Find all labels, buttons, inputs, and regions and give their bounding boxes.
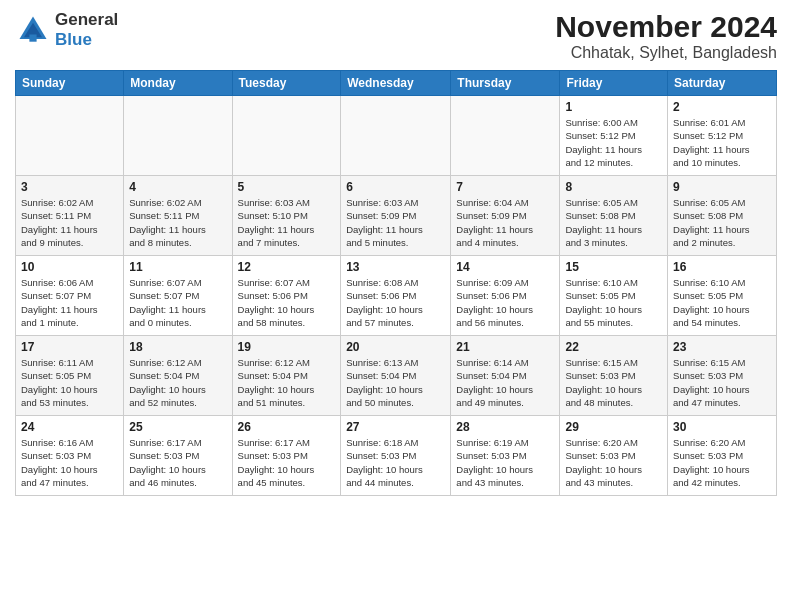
table-row: 3Sunrise: 6:02 AM Sunset: 5:11 PM Daylig…: [16, 176, 124, 256]
table-row: 17Sunrise: 6:11 AM Sunset: 5:05 PM Dayli…: [16, 336, 124, 416]
day-info: Sunrise: 6:19 AM Sunset: 5:03 PM Dayligh…: [456, 436, 554, 489]
table-row: 28Sunrise: 6:19 AM Sunset: 5:03 PM Dayli…: [451, 416, 560, 496]
table-row: 11Sunrise: 6:07 AM Sunset: 5:07 PM Dayli…: [124, 256, 232, 336]
col-sunday: Sunday: [16, 71, 124, 96]
day-info: Sunrise: 6:06 AM Sunset: 5:07 PM Dayligh…: [21, 276, 118, 329]
day-number: 5: [238, 180, 336, 194]
day-info: Sunrise: 6:12 AM Sunset: 5:04 PM Dayligh…: [129, 356, 226, 409]
header: General Blue November 2024 Chhatak, Sylh…: [15, 10, 777, 62]
day-info: Sunrise: 6:11 AM Sunset: 5:05 PM Dayligh…: [21, 356, 118, 409]
day-info: Sunrise: 6:10 AM Sunset: 5:05 PM Dayligh…: [565, 276, 662, 329]
day-number: 27: [346, 420, 445, 434]
table-row: 16Sunrise: 6:10 AM Sunset: 5:05 PM Dayli…: [668, 256, 777, 336]
table-row: 15Sunrise: 6:10 AM Sunset: 5:05 PM Dayli…: [560, 256, 668, 336]
day-number: 24: [21, 420, 118, 434]
day-info: Sunrise: 6:01 AM Sunset: 5:12 PM Dayligh…: [673, 116, 771, 169]
day-info: Sunrise: 6:08 AM Sunset: 5:06 PM Dayligh…: [346, 276, 445, 329]
day-info: Sunrise: 6:07 AM Sunset: 5:07 PM Dayligh…: [129, 276, 226, 329]
table-row: 2Sunrise: 6:01 AM Sunset: 5:12 PM Daylig…: [668, 96, 777, 176]
day-number: 12: [238, 260, 336, 274]
table-row: 30Sunrise: 6:20 AM Sunset: 5:03 PM Dayli…: [668, 416, 777, 496]
day-info: Sunrise: 6:03 AM Sunset: 5:10 PM Dayligh…: [238, 196, 336, 249]
day-info: Sunrise: 6:15 AM Sunset: 5:03 PM Dayligh…: [565, 356, 662, 409]
table-row: 4Sunrise: 6:02 AM Sunset: 5:11 PM Daylig…: [124, 176, 232, 256]
day-info: Sunrise: 6:16 AM Sunset: 5:03 PM Dayligh…: [21, 436, 118, 489]
logo-text: General Blue: [55, 10, 118, 50]
day-info: Sunrise: 6:04 AM Sunset: 5:09 PM Dayligh…: [456, 196, 554, 249]
day-info: Sunrise: 6:12 AM Sunset: 5:04 PM Dayligh…: [238, 356, 336, 409]
header-row: Sunday Monday Tuesday Wednesday Thursday…: [16, 71, 777, 96]
day-info: Sunrise: 6:07 AM Sunset: 5:06 PM Dayligh…: [238, 276, 336, 329]
table-row: 12Sunrise: 6:07 AM Sunset: 5:06 PM Dayli…: [232, 256, 341, 336]
day-info: Sunrise: 6:00 AM Sunset: 5:12 PM Dayligh…: [565, 116, 662, 169]
day-info: Sunrise: 6:02 AM Sunset: 5:11 PM Dayligh…: [129, 196, 226, 249]
page: General Blue November 2024 Chhatak, Sylh…: [0, 0, 792, 612]
week-row-5: 24Sunrise: 6:16 AM Sunset: 5:03 PM Dayli…: [16, 416, 777, 496]
table-row: 1Sunrise: 6:00 AM Sunset: 5:12 PM Daylig…: [560, 96, 668, 176]
day-info: Sunrise: 6:05 AM Sunset: 5:08 PM Dayligh…: [565, 196, 662, 249]
day-info: Sunrise: 6:13 AM Sunset: 5:04 PM Dayligh…: [346, 356, 445, 409]
table-row: 9Sunrise: 6:05 AM Sunset: 5:08 PM Daylig…: [668, 176, 777, 256]
week-row-2: 3Sunrise: 6:02 AM Sunset: 5:11 PM Daylig…: [16, 176, 777, 256]
day-info: Sunrise: 6:20 AM Sunset: 5:03 PM Dayligh…: [673, 436, 771, 489]
calendar-title: November 2024: [555, 10, 777, 44]
day-info: Sunrise: 6:17 AM Sunset: 5:03 PM Dayligh…: [238, 436, 336, 489]
table-row: 18Sunrise: 6:12 AM Sunset: 5:04 PM Dayli…: [124, 336, 232, 416]
week-row-1: 1Sunrise: 6:00 AM Sunset: 5:12 PM Daylig…: [16, 96, 777, 176]
table-row: 29Sunrise: 6:20 AM Sunset: 5:03 PM Dayli…: [560, 416, 668, 496]
table-row: 7Sunrise: 6:04 AM Sunset: 5:09 PM Daylig…: [451, 176, 560, 256]
col-saturday: Saturday: [668, 71, 777, 96]
table-row: 6Sunrise: 6:03 AM Sunset: 5:09 PM Daylig…: [341, 176, 451, 256]
day-info: Sunrise: 6:17 AM Sunset: 5:03 PM Dayligh…: [129, 436, 226, 489]
day-number: 17: [21, 340, 118, 354]
week-row-4: 17Sunrise: 6:11 AM Sunset: 5:05 PM Dayli…: [16, 336, 777, 416]
day-info: Sunrise: 6:20 AM Sunset: 5:03 PM Dayligh…: [565, 436, 662, 489]
day-info: Sunrise: 6:10 AM Sunset: 5:05 PM Dayligh…: [673, 276, 771, 329]
table-row: 14Sunrise: 6:09 AM Sunset: 5:06 PM Dayli…: [451, 256, 560, 336]
table-row: 8Sunrise: 6:05 AM Sunset: 5:08 PM Daylig…: [560, 176, 668, 256]
day-number: 30: [673, 420, 771, 434]
day-number: 15: [565, 260, 662, 274]
day-number: 29: [565, 420, 662, 434]
day-number: 22: [565, 340, 662, 354]
day-info: Sunrise: 6:05 AM Sunset: 5:08 PM Dayligh…: [673, 196, 771, 249]
table-row: [341, 96, 451, 176]
day-number: 3: [21, 180, 118, 194]
table-row: 10Sunrise: 6:06 AM Sunset: 5:07 PM Dayli…: [16, 256, 124, 336]
day-info: Sunrise: 6:18 AM Sunset: 5:03 PM Dayligh…: [346, 436, 445, 489]
table-row: 21Sunrise: 6:14 AM Sunset: 5:04 PM Dayli…: [451, 336, 560, 416]
day-info: Sunrise: 6:02 AM Sunset: 5:11 PM Dayligh…: [21, 196, 118, 249]
table-row: 20Sunrise: 6:13 AM Sunset: 5:04 PM Dayli…: [341, 336, 451, 416]
day-info: Sunrise: 6:15 AM Sunset: 5:03 PM Dayligh…: [673, 356, 771, 409]
day-number: 7: [456, 180, 554, 194]
day-number: 28: [456, 420, 554, 434]
table-row: 5Sunrise: 6:03 AM Sunset: 5:10 PM Daylig…: [232, 176, 341, 256]
table-row: 19Sunrise: 6:12 AM Sunset: 5:04 PM Dayli…: [232, 336, 341, 416]
day-number: 11: [129, 260, 226, 274]
day-number: 6: [346, 180, 445, 194]
day-number: 14: [456, 260, 554, 274]
col-tuesday: Tuesday: [232, 71, 341, 96]
day-info: Sunrise: 6:14 AM Sunset: 5:04 PM Dayligh…: [456, 356, 554, 409]
day-number: 26: [238, 420, 336, 434]
logo-icon: [15, 12, 51, 48]
table-row: 27Sunrise: 6:18 AM Sunset: 5:03 PM Dayli…: [341, 416, 451, 496]
day-info: Sunrise: 6:09 AM Sunset: 5:06 PM Dayligh…: [456, 276, 554, 329]
day-number: 23: [673, 340, 771, 354]
col-thursday: Thursday: [451, 71, 560, 96]
table-row: 26Sunrise: 6:17 AM Sunset: 5:03 PM Dayli…: [232, 416, 341, 496]
day-number: 8: [565, 180, 662, 194]
col-friday: Friday: [560, 71, 668, 96]
day-number: 25: [129, 420, 226, 434]
day-number: 9: [673, 180, 771, 194]
day-number: 20: [346, 340, 445, 354]
title-block: November 2024 Chhatak, Sylhet, Banglades…: [555, 10, 777, 62]
table-row: 13Sunrise: 6:08 AM Sunset: 5:06 PM Dayli…: [341, 256, 451, 336]
table-row: [232, 96, 341, 176]
table-row: 25Sunrise: 6:17 AM Sunset: 5:03 PM Dayli…: [124, 416, 232, 496]
day-number: 21: [456, 340, 554, 354]
day-number: 13: [346, 260, 445, 274]
day-info: Sunrise: 6:03 AM Sunset: 5:09 PM Dayligh…: [346, 196, 445, 249]
logo: General Blue: [15, 10, 118, 50]
col-wednesday: Wednesday: [341, 71, 451, 96]
